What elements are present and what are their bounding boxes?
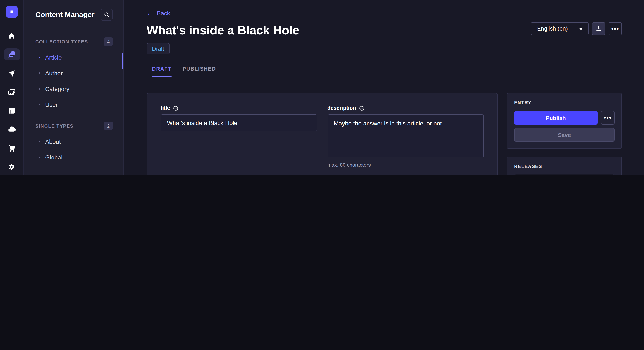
rail-item-home[interactable] bbox=[4, 30, 20, 42]
rail-item-marketplace[interactable] bbox=[4, 142, 20, 154]
strapi-logo-icon[interactable] bbox=[6, 6, 18, 18]
field-description: description Maybe the answer is in this … bbox=[327, 105, 484, 168]
sidebar-item-author[interactable]: Author bbox=[24, 65, 123, 81]
release-card: Will be published in Spring Summer highl… bbox=[514, 174, 614, 175]
field-title-label: title bbox=[160, 105, 170, 111]
download-icon bbox=[596, 25, 602, 32]
save-button[interactable]: Save bbox=[514, 128, 614, 142]
layout-icon bbox=[8, 107, 16, 115]
shopping-cart-icon bbox=[8, 144, 16, 152]
bullet-icon bbox=[39, 56, 40, 58]
entry-panel-title: ENTRY bbox=[514, 100, 614, 105]
arrow-left-icon: ← bbox=[146, 10, 153, 16]
bullet-icon bbox=[39, 88, 40, 90]
settings-gear-icon bbox=[8, 163, 16, 171]
tab-active-underline bbox=[152, 76, 172, 77]
rail-item-releases[interactable] bbox=[4, 67, 20, 79]
back-link[interactable]: ← Back bbox=[146, 10, 170, 16]
entry-panel: ENTRY Publish ••• Save bbox=[507, 93, 622, 149]
sidebar-item-label: Author bbox=[45, 70, 63, 76]
releases-panel: RELEASES Will be published in Spring Sum… bbox=[507, 157, 622, 175]
collection-types-list: Article Author Category User bbox=[24, 49, 123, 112]
rail-items bbox=[4, 30, 20, 173]
chevron-down-icon bbox=[579, 27, 583, 30]
bullet-icon bbox=[39, 156, 40, 158]
more-options-button[interactable]: ••• bbox=[609, 22, 622, 35]
sidebar-item-label: Article bbox=[45, 54, 62, 61]
tab-label: DRAFT bbox=[152, 66, 172, 72]
download-button[interactable] bbox=[592, 22, 605, 35]
releases-panel-title: RELEASES bbox=[514, 164, 614, 169]
rail-item-deploy[interactable] bbox=[4, 123, 20, 135]
sidebar-item-article[interactable]: Article bbox=[24, 49, 123, 65]
title-input[interactable] bbox=[160, 114, 317, 131]
release-status: Will be published in bbox=[514, 174, 614, 175]
description-textarea[interactable]: Maybe the answer is in this article, or … bbox=[327, 114, 484, 157]
main-content: ← Back What's inside a Black Hole Draft … bbox=[124, 0, 644, 175]
sidebar-item-global[interactable]: Global bbox=[24, 149, 123, 165]
rail-item-content-type-builder[interactable] bbox=[4, 105, 20, 117]
cloud-icon bbox=[8, 125, 16, 134]
tab-published[interactable]: PUBLISHED bbox=[177, 66, 222, 77]
locale-select[interactable]: English (en) bbox=[531, 22, 589, 35]
edit-form-card: title description Maybe the answer is in… bbox=[146, 93, 498, 175]
search-button[interactable] bbox=[100, 8, 113, 21]
tab-draft[interactable]: DRAFT bbox=[146, 66, 177, 77]
sidebar-item-category[interactable]: Category bbox=[24, 81, 123, 97]
paper-plane-icon bbox=[8, 69, 16, 77]
home-icon bbox=[8, 32, 16, 40]
active-item-indicator bbox=[122, 53, 123, 69]
rail-item-media-library[interactable] bbox=[4, 86, 20, 98]
section-label-collection-types: COLLECTION TYPES bbox=[35, 39, 88, 44]
sidebar-item-label: About bbox=[45, 138, 61, 145]
sidebar-rail: KD bbox=[0, 0, 24, 175]
bullet-icon bbox=[39, 104, 40, 105]
rail-item-content-manager[interactable] bbox=[4, 48, 20, 60]
entry-more-button[interactable]: ••• bbox=[601, 111, 614, 125]
version-tabs: DRAFT PUBLISHED bbox=[146, 66, 622, 77]
single-types-count-badge: 2 bbox=[104, 122, 113, 130]
locale-value: English (en) bbox=[537, 25, 568, 32]
bullet-icon bbox=[39, 72, 40, 74]
subnav-divider bbox=[35, 28, 44, 28]
description-hint: max. 80 characters bbox=[327, 162, 484, 168]
bullet-icon bbox=[39, 141, 40, 142]
status-badge: Draft bbox=[146, 43, 170, 54]
sidebar-item-label: User bbox=[45, 101, 58, 108]
single-types-list: About Global bbox=[24, 134, 123, 165]
tab-label: PUBLISHED bbox=[182, 66, 216, 72]
feather-icon bbox=[8, 50, 16, 58]
side-panels: ENTRY Publish ••• Save RELEASES Will be … bbox=[507, 93, 622, 175]
header-actions: English (en) ••• bbox=[531, 22, 622, 35]
globe-icon bbox=[359, 105, 364, 111]
subnav-title: Content Manager bbox=[35, 10, 94, 19]
back-label: Back bbox=[157, 10, 170, 16]
app-window: KD Content Manager COLLECTION TYPES 4 Ar… bbox=[0, 0, 644, 175]
search-icon bbox=[104, 11, 110, 18]
publish-button[interactable]: Publish bbox=[514, 111, 598, 125]
content-manager-subnav: Content Manager COLLECTION TYPES 4 Artic… bbox=[24, 0, 124, 175]
sidebar-item-about[interactable]: About bbox=[24, 134, 123, 149]
media-library-icon bbox=[8, 88, 16, 96]
field-title: title bbox=[160, 105, 317, 131]
rail-item-settings[interactable] bbox=[4, 161, 20, 173]
sidebar-item-label: Global bbox=[45, 154, 62, 161]
section-label-single-types: SINGLE TYPES bbox=[35, 123, 74, 128]
collection-types-count-badge: 4 bbox=[104, 37, 113, 46]
field-description-label: description bbox=[327, 105, 356, 111]
globe-icon bbox=[173, 105, 178, 111]
sidebar-item-label: Category bbox=[45, 85, 70, 92]
sidebar-item-user[interactable]: User bbox=[24, 97, 123, 112]
